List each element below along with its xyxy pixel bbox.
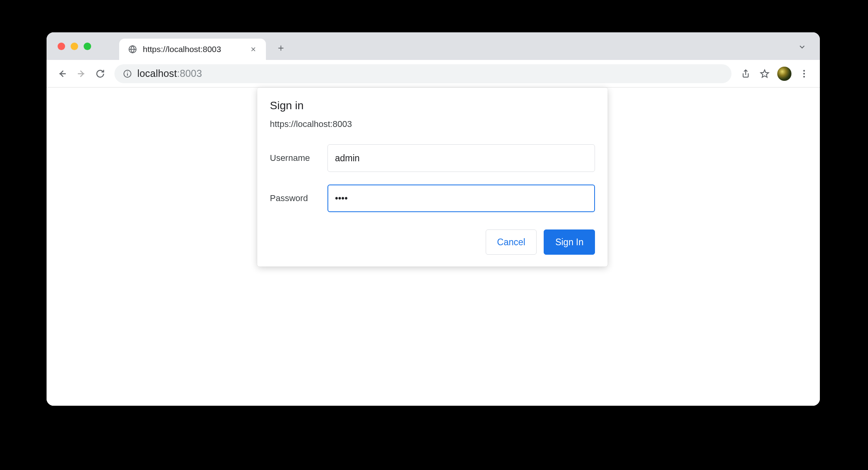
signin-button[interactable]: Sign In [544, 229, 595, 255]
address-bar[interactable]: localhost:8003 [114, 64, 731, 83]
dialog-origin: https://localhost:8003 [270, 119, 595, 129]
svg-point-4 [803, 70, 805, 71]
window-close-button[interactable] [58, 43, 65, 50]
browser-tab[interactable]: https://localhost:8003 [119, 39, 266, 60]
menu-button[interactable] [795, 65, 813, 82]
password-row: Password [270, 185, 595, 212]
username-input[interactable] [327, 144, 595, 172]
svg-point-5 [803, 73, 805, 74]
new-tab-button[interactable] [274, 41, 288, 55]
bookmark-button[interactable] [756, 65, 773, 82]
tab-title: https://localhost:8003 [143, 45, 248, 54]
address-bar-text: localhost:8003 [137, 68, 202, 79]
svg-point-3 [127, 71, 128, 72]
url-port: :8003 [177, 68, 202, 79]
browser-window: https://localhost:8003 [47, 32, 820, 406]
svg-point-6 [803, 76, 805, 77]
dialog-title: Sign in [270, 99, 595, 112]
share-button[interactable] [737, 65, 754, 82]
password-label: Password [270, 193, 327, 203]
password-input[interactable] [327, 185, 595, 212]
tab-overflow-button[interactable] [796, 41, 808, 53]
back-button[interactable] [54, 65, 71, 82]
toolbar: localhost:8003 [47, 60, 820, 88]
forward-button[interactable] [73, 65, 90, 82]
username-row: Username [270, 144, 595, 172]
username-label: Username [270, 153, 327, 163]
tab-close-button[interactable] [248, 44, 259, 55]
window-maximize-button[interactable] [84, 43, 91, 50]
globe-icon [128, 45, 137, 54]
page-content: Sign in https://localhost:8003 Username … [47, 88, 820, 406]
dialog-actions: Cancel Sign In [270, 229, 595, 255]
reload-button[interactable] [92, 65, 109, 82]
cancel-button[interactable]: Cancel [486, 229, 537, 255]
auth-dialog: Sign in https://localhost:8003 Username … [257, 88, 608, 267]
url-host: localhost [137, 68, 177, 79]
profile-avatar[interactable] [777, 67, 791, 81]
window-controls [58, 43, 91, 50]
tab-strip: https://localhost:8003 [47, 32, 820, 60]
window-minimize-button[interactable] [71, 43, 78, 50]
site-info-icon[interactable] [122, 69, 133, 79]
